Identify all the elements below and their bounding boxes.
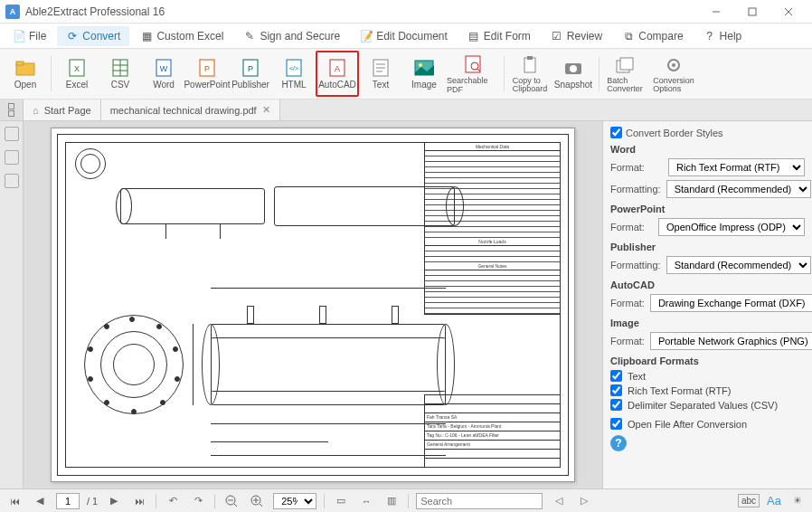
rail-attachments[interactable]: [5, 174, 19, 188]
ppt-file-icon: P: [196, 58, 218, 78]
menu-edit-document[interactable]: 📝Edit Document: [351, 26, 457, 46]
theme-toggle[interactable]: ☀: [788, 493, 807, 509]
svg-text:X: X: [74, 64, 80, 73]
nav-prev[interactable]: ◀: [31, 493, 49, 509]
minimize-button[interactable]: [698, 0, 734, 24]
cb-open-after[interactable]: Open File After Conversion: [610, 418, 805, 430]
svg-rect-1: [749, 8, 756, 15]
image-file-icon: [413, 58, 435, 78]
title-block: Fah Transa SA Tara Tarla - Belgium - Amm…: [424, 394, 560, 467]
tool-searchable-pdf[interactable]: Searchable PDF: [446, 51, 500, 97]
cb-csv[interactable]: Delimiter Separated Values (CSV): [610, 399, 805, 411]
section-publisher: Publisher: [610, 242, 805, 252]
maximize-button[interactable]: [734, 0, 770, 24]
svg-rect-31: [524, 58, 535, 72]
section-autocad: AutoCAD: [610, 280, 805, 290]
file-icon: 📄: [13, 30, 25, 43]
svg-text:P: P: [248, 64, 253, 73]
document-canvas[interactable]: Mechanical Data Nozzle Loads General Not…: [24, 121, 602, 488]
side-panel: Convert Border Styles Word Format:Rich T…: [602, 121, 812, 488]
help-bubble[interactable]: ?: [610, 435, 627, 451]
word-format-select[interactable]: Rich Text Format (RTF): [668, 158, 805, 176]
edit-form-icon: ▤: [467, 30, 480, 43]
rotate-left[interactable]: ↶: [164, 493, 182, 509]
svg-rect-32: [527, 56, 533, 60]
workarea: Mechanical Data Nozzle Loads General Not…: [0, 121, 812, 488]
tool-word[interactable]: WWord: [142, 51, 185, 97]
menu-edit-form[interactable]: ▤Edit Form: [458, 26, 540, 46]
svg-rect-36: [620, 58, 633, 70]
titlebar: A Able2Extract Professional 16: [0, 0, 812, 24]
tab-document[interactable]: mechanical technical drawing.pdf✕: [101, 100, 280, 120]
rail-thumbnails[interactable]: [5, 127, 19, 141]
open-icon: [14, 58, 36, 78]
tool-copy-clipboard[interactable]: Copy to Clipboard: [508, 51, 552, 97]
match-case[interactable]: abc: [738, 494, 760, 507]
search-next[interactable]: ▷: [575, 493, 593, 509]
nav-first[interactable]: ⏮: [5, 493, 24, 509]
svg-point-34: [570, 65, 577, 72]
menu-file[interactable]: 📄File: [4, 26, 55, 46]
tool-conversion-options[interactable]: Conversion Options: [647, 51, 701, 97]
word-file-icon: W: [153, 58, 175, 78]
ppt-format-select[interactable]: OpenOffice Impress (ODP): [658, 218, 805, 236]
tool-open[interactable]: Open: [4, 51, 47, 97]
tool-batch-converter[interactable]: Batch Converter: [603, 51, 647, 97]
svg-point-27: [419, 63, 422, 67]
word-formatting-select[interactable]: Standard (Recommended): [666, 180, 811, 198]
tool-excel[interactable]: XExcel: [55, 51, 99, 97]
cb-rtf[interactable]: Rich Text Format (RTF): [610, 384, 805, 396]
search-prev[interactable]: ◁: [550, 493, 568, 509]
tool-powerpoint[interactable]: PPowerPoint: [185, 51, 229, 97]
menu-help[interactable]: ?Help: [694, 26, 751, 46]
close-button[interactable]: [770, 0, 807, 24]
publisher-file-icon: P: [240, 58, 261, 78]
nav-next[interactable]: ▶: [105, 493, 123, 509]
fit-width[interactable]: ↔: [357, 493, 375, 509]
cb-text[interactable]: Text: [610, 370, 805, 382]
menubar: 📄File ⟳Convert ▦Custom Excel ✎Sign and S…: [0, 24, 812, 49]
view-toggle[interactable]: [0, 100, 24, 120]
fit-page[interactable]: ▭: [332, 493, 350, 509]
rail-bookmarks[interactable]: [5, 150, 19, 165]
section-word: Word: [610, 144, 805, 155]
zoom-select[interactable]: 25%: [273, 493, 316, 509]
tab-close-icon[interactable]: ✕: [262, 104, 270, 116]
gear-icon: [663, 55, 685, 75]
batch-icon: [614, 55, 636, 75]
page-current-input[interactable]: [56, 493, 80, 509]
nav-last[interactable]: ⏭: [130, 493, 148, 509]
svg-rect-5: [16, 62, 24, 65]
tool-publisher[interactable]: PPublisher: [229, 51, 272, 97]
pub-formatting-select[interactable]: Standard (Recommended): [666, 256, 811, 274]
app-title: Able2Extract Professional 16: [25, 5, 165, 18]
img-format-select[interactable]: Portable Network Graphics (PNG): [650, 332, 812, 350]
tool-image[interactable]: Image: [402, 51, 446, 97]
rotate-right[interactable]: ↷: [189, 493, 207, 509]
toggle-view[interactable]: ▥: [382, 493, 401, 509]
tabbar: ⌂Start Page mechanical technical drawing…: [0, 100, 812, 121]
text-tool[interactable]: Aa: [767, 494, 781, 507]
tool-html[interactable]: </>HTML: [272, 51, 316, 97]
zoom-in[interactable]: [248, 493, 266, 509]
convert-border-styles-check[interactable]: Convert Border Styles: [610, 127, 805, 138]
tool-csv[interactable]: CSV: [99, 51, 142, 97]
home-icon: ⌂: [33, 105, 39, 116]
tool-snapshot[interactable]: Snapshot: [552, 51, 595, 97]
section-clipboard: Clipboard Formats: [610, 356, 805, 366]
menu-compare[interactable]: ⧉Compare: [613, 26, 692, 46]
tab-start-page[interactable]: ⌂Start Page: [24, 100, 101, 120]
page-total: / 1: [87, 496, 98, 507]
search-input[interactable]: [416, 493, 543, 509]
menu-sign-secure[interactable]: ✎Sign and Secure: [234, 26, 349, 46]
cad-format-select[interactable]: Drawing Exchange Format (DXF): [650, 294, 812, 312]
zoom-out[interactable]: [222, 493, 241, 509]
tool-text[interactable]: Text: [359, 51, 402, 97]
svg-text:P: P: [204, 64, 210, 73]
html-file-icon: </>: [283, 58, 305, 78]
menu-review[interactable]: ☑Review: [542, 26, 611, 46]
menu-convert[interactable]: ⟳Convert: [57, 26, 129, 46]
menu-custom-excel[interactable]: ▦Custom Excel: [131, 26, 232, 46]
svg-text:A: A: [335, 64, 340, 73]
tool-autocad[interactable]: AAutoCAD: [316, 51, 359, 97]
